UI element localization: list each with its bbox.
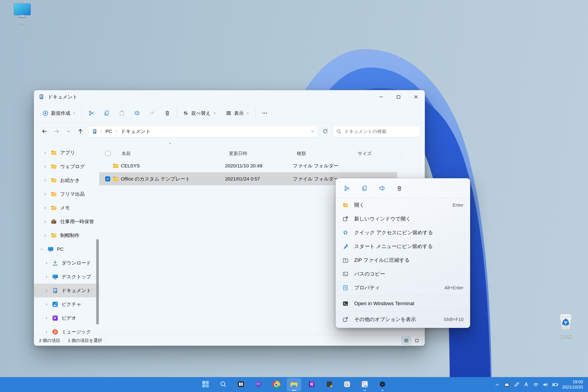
gray-g-app-button[interactable] xyxy=(340,378,354,391)
chevron-right-icon[interactable] xyxy=(43,234,47,237)
column-divider[interactable] xyxy=(296,150,296,156)
sidebar-item-apps[interactable]: アプリ xyxy=(34,146,99,160)
chevron-right-icon[interactable] xyxy=(44,275,49,278)
start-button[interactable] xyxy=(198,378,213,391)
column-header-size[interactable]: サイズ xyxy=(358,150,392,156)
dark-notes-app-button[interactable] xyxy=(322,378,336,391)
menu-item-open-windows-terminal[interactable]: Open in Windows Terminal xyxy=(336,297,470,310)
chat-button[interactable] xyxy=(252,378,266,391)
column-divider[interactable] xyxy=(356,150,357,156)
sidebar-item-desktop[interactable]: デスクトップ xyxy=(34,270,99,284)
chevron-right-icon[interactable] xyxy=(43,151,47,154)
battery-icon[interactable] xyxy=(550,378,560,391)
refresh-button[interactable] xyxy=(319,126,331,137)
new-button[interactable]: 新規作成 xyxy=(40,107,78,120)
paste-button[interactable] xyxy=(116,108,127,119)
details-view-button[interactable] xyxy=(402,337,411,344)
search-box[interactable] xyxy=(332,126,420,137)
chevron-right-icon[interactable] xyxy=(43,192,47,196)
sidebar-item-flea-market[interactable]: フリマ出品 xyxy=(34,187,99,201)
close-button[interactable] xyxy=(407,90,425,104)
ime-mode-indicator[interactable]: A xyxy=(522,378,531,391)
onedrive-icon[interactable] xyxy=(502,378,512,391)
chevron-right-icon[interactable] xyxy=(44,330,49,334)
desktop-icon-recycle-bin[interactable]: ごみ箱 xyxy=(551,313,581,339)
row-checkbox[interactable] xyxy=(105,176,112,182)
copy-button[interactable] xyxy=(101,108,112,119)
chevron-right-icon[interactable] xyxy=(44,303,49,306)
file-row-celsys[interactable]: CELSYS 2020/11/10 20:49 ファイル フォルダー xyxy=(99,159,397,172)
copy-button[interactable] xyxy=(358,182,372,195)
snipping-tool-button[interactable] xyxy=(358,378,372,391)
sidebar-item-music[interactable]: ミュージック xyxy=(34,325,99,335)
sidebar-scrollbar[interactable] xyxy=(96,239,99,324)
sidebar-item-downloads[interactable]: ダウンロード xyxy=(34,256,99,270)
delete-button[interactable] xyxy=(392,182,406,195)
menu-item-properties[interactable]: プロパティ Alt+Enter xyxy=(336,281,470,295)
chevron-right-icon[interactable] xyxy=(44,316,49,320)
chevron-right-icon[interactable] xyxy=(44,289,49,292)
sidebar-item-pc[interactable]: PC xyxy=(34,242,99,256)
sidebar-item-pictures[interactable]: ピクチャ xyxy=(34,298,99,311)
menu-item-open-new-window[interactable]: 新しいウィンドウで開く xyxy=(336,212,470,226)
cut-button[interactable] xyxy=(86,108,97,119)
share-button[interactable] xyxy=(146,108,158,119)
chevron-right-icon[interactable] xyxy=(43,165,47,168)
column-header-name[interactable]: 名前 xyxy=(122,150,229,156)
settings-button[interactable] xyxy=(375,378,390,391)
breadcrumb-chevron[interactable] xyxy=(100,130,103,133)
minimize-button[interactable] xyxy=(372,90,390,104)
pen-icon[interactable] xyxy=(512,378,522,391)
hidden-icons-button[interactable] xyxy=(492,378,502,391)
rename-button[interactable] xyxy=(375,182,389,195)
forward-button[interactable] xyxy=(50,126,62,137)
chrome-button[interactable] xyxy=(269,378,284,391)
sidebar-item-work-temp[interactable]: 仕事用一時保管 xyxy=(34,215,99,228)
task-view-button[interactable] xyxy=(234,378,248,391)
breadcrumb-pc[interactable]: PC xyxy=(104,128,113,134)
menu-item-open[interactable]: 開く Enter xyxy=(336,198,470,212)
see-more-button[interactable] xyxy=(259,108,270,119)
cut-button[interactable] xyxy=(340,182,354,195)
wifi-icon[interactable] xyxy=(531,378,541,391)
menu-item-copy-path[interactable]: パスのコピー xyxy=(336,267,470,281)
column-header-modified[interactable]: 更新日時 xyxy=(229,150,297,156)
breadcrumb-chevron[interactable] xyxy=(115,130,118,133)
taskbar-clock[interactable]: 19:00 2021/10/20 xyxy=(562,379,583,390)
menu-item-show-more-options[interactable]: その他のオプションを表示 Shift+F10 xyxy=(336,312,470,326)
onenote-button[interactable] xyxy=(304,378,319,391)
sidebar-item-documents[interactable]: ドキュメント xyxy=(34,284,99,298)
sort-button[interactable]: 並べ替え xyxy=(180,107,219,120)
history-chevron-button[interactable] xyxy=(62,126,74,137)
rename-button[interactable] xyxy=(132,108,142,119)
select-all-checkbox[interactable] xyxy=(105,151,110,156)
column-header-type[interactable]: 種類 xyxy=(297,150,358,156)
large-icons-view-button[interactable] xyxy=(412,337,422,344)
sidebar-item-memo[interactable]: メモ xyxy=(34,201,99,215)
file-explorer-button[interactable] xyxy=(287,378,301,391)
address-dropdown-chevron[interactable] xyxy=(310,129,314,134)
menu-item-compress-zip[interactable]: ZIP ファイルに圧縮する xyxy=(336,253,470,267)
search-input[interactable] xyxy=(344,129,417,134)
search-button[interactable] xyxy=(216,378,230,391)
delete-button[interactable] xyxy=(162,108,173,119)
volume-icon[interactable] xyxy=(541,378,550,391)
chevron-right-icon[interactable] xyxy=(44,261,49,265)
sidebar-item-drawing[interactable]: お絵かき xyxy=(34,174,99,187)
sidebar-item-weblog[interactable]: ウェブログ xyxy=(34,160,99,174)
chevron-down-icon[interactable] xyxy=(40,248,44,251)
up-button[interactable] xyxy=(74,126,86,137)
maximize-button[interactable] xyxy=(390,90,407,104)
sidebar-item-videos[interactable]: ビデオ xyxy=(34,311,99,325)
menu-item-pin-start[interactable]: スタート メニューにピン留めする xyxy=(336,240,470,253)
view-button[interactable]: 表示 xyxy=(223,107,252,120)
chevron-right-icon[interactable] xyxy=(43,179,47,182)
desktop-icon-pc[interactable]: PC xyxy=(7,3,37,26)
address-bar[interactable]: PC ドキュメント xyxy=(88,126,318,137)
breadcrumb-documents[interactable]: ドキュメント xyxy=(120,128,151,135)
chevron-right-icon[interactable] xyxy=(43,220,47,224)
column-divider[interactable] xyxy=(400,150,401,156)
chevron-right-icon[interactable] xyxy=(43,206,47,210)
back-button[interactable] xyxy=(38,126,50,137)
sidebar-item-cap-making[interactable]: 制帽制作 xyxy=(34,228,99,242)
